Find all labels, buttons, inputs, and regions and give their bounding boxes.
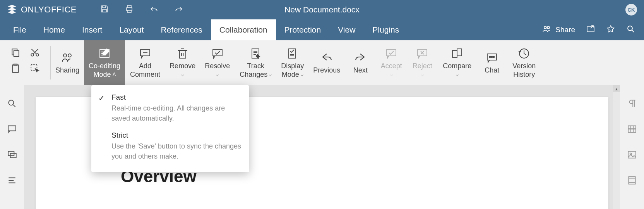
table-settings-icon[interactable] [627, 124, 637, 136]
svg-rect-21 [213, 50, 222, 56]
menu-insert[interactable]: Insert [74, 19, 111, 40]
caret-down-icon: ⌵ [181, 70, 184, 79]
coediting-icon [98, 47, 111, 60]
svg-point-29 [490, 56, 491, 57]
cut-icon[interactable] [30, 47, 40, 59]
redo-icon[interactable] [174, 4, 183, 15]
previous-arrow-icon [320, 51, 333, 64]
coediting-fast-option[interactable]: ✓ Fast Real-time co-editing. All changes… [91, 91, 249, 129]
svg-point-33 [9, 100, 14, 105]
chat-panel-icon[interactable] [7, 150, 17, 161]
next-arrow-icon [354, 51, 367, 64]
search-icon[interactable] [626, 24, 635, 35]
title-right: CK [625, 4, 637, 16]
history-icon [518, 47, 530, 60]
save-icon[interactable] [100, 4, 109, 15]
svg-rect-24 [387, 50, 396, 56]
svg-point-8 [628, 26, 632, 31]
menu-home[interactable]: Home [35, 19, 74, 40]
coediting-strict-option[interactable]: Strict Use the 'Save' button to sync the… [91, 129, 249, 167]
caret-down-icon: ⌵ [301, 70, 303, 79]
svg-point-6 [547, 26, 550, 29]
menu-file[interactable]: File [5, 19, 35, 40]
image-settings-icon[interactable] [627, 150, 637, 161]
svg-rect-38 [628, 151, 636, 158]
scroll-up-icon[interactable]: ▲ [613, 85, 620, 92]
find-icon[interactable] [7, 98, 17, 110]
svg-rect-3 [127, 5, 131, 8]
display-mode-button[interactable]: Display Mode ⌵ [276, 40, 308, 85]
app-name: ONLYOFFICE [21, 5, 77, 15]
compare-button[interactable]: Compare ⌵ [438, 40, 476, 85]
svg-rect-40 [629, 176, 635, 184]
menu-right-actions: Share [542, 19, 644, 40]
menu-protection[interactable]: Protection [276, 19, 330, 40]
favorite-star-icon[interactable] [606, 24, 615, 35]
caret-down-icon: ⌵ [269, 70, 272, 79]
caret-down-icon: ⌵ [390, 70, 393, 79]
svg-rect-0 [103, 6, 106, 8]
menu-view[interactable]: View [329, 19, 364, 40]
next-change-button[interactable]: Next [345, 40, 376, 85]
title-quick-buttons [100, 4, 183, 15]
title-bar: ONLYOFFICE New Document.docx CK [0, 0, 644, 19]
strict-description: Use the 'Save' button to sync the change… [111, 141, 242, 161]
vertical-scrollbar[interactable]: ▲ [613, 85, 620, 209]
share-users-icon [542, 24, 552, 36]
svg-point-31 [493, 56, 495, 57]
paste-icon[interactable] [10, 63, 21, 75]
caret-up-icon: ᐱ [113, 70, 116, 79]
undo-icon[interactable] [149, 4, 159, 15]
previous-change-button[interactable]: Previous [308, 40, 345, 85]
share-button[interactable]: Share [542, 24, 575, 36]
coediting-mode-dropdown: ✓ Fast Real-time co-editing. All changes… [91, 85, 249, 172]
menu-plugins[interactable]: Plugins [364, 19, 408, 40]
menu-references[interactable]: References [152, 19, 211, 40]
svg-rect-10 [14, 50, 19, 56]
chat-icon [486, 51, 498, 64]
chat-button[interactable]: Chat [476, 40, 507, 85]
copy-icon[interactable] [10, 47, 21, 59]
accept-check-icon [385, 47, 397, 60]
track-changes-icon [250, 47, 262, 60]
ribbon-collaboration-group: Sharing Co-editing Mode ᐱ Add Comment Re… [51, 40, 540, 85]
svg-rect-23 [289, 49, 296, 58]
navigation-panel-icon[interactable] [7, 175, 17, 187]
remove-comment-button[interactable]: Remove ⌵ [165, 40, 200, 85]
svg-point-30 [492, 56, 493, 57]
user-avatar[interactable]: CK [625, 4, 637, 16]
add-comment-button[interactable]: Add Comment [125, 40, 165, 85]
onlyoffice-logo-icon [7, 4, 17, 16]
ribbon-clipboard-column [0, 40, 50, 85]
sharing-button[interactable]: Sharing [51, 40, 84, 85]
coediting-mode-button[interactable]: Co-editing Mode ᐱ [84, 40, 125, 85]
track-changes-button[interactable]: Track Changes ⌵ [235, 40, 276, 85]
add-comment-icon [139, 47, 151, 60]
caret-down-icon: ⌵ [456, 70, 459, 79]
version-history-button[interactable]: Version History [508, 40, 540, 85]
svg-point-5 [544, 26, 546, 29]
svg-rect-26 [452, 50, 457, 57]
header-footer-icon[interactable] [627, 175, 637, 187]
trash-icon [176, 47, 189, 60]
menu-bar: File Home Insert Layout References Colla… [0, 19, 644, 40]
menu-collaboration[interactable]: Collaboration [211, 19, 276, 40]
paragraph-settings-icon[interactable] [627, 98, 637, 110]
comments-panel-icon[interactable] [7, 124, 17, 136]
ribbon-toolbar: Sharing Co-editing Mode ᐱ Add Comment Re… [0, 40, 644, 85]
select-icon[interactable] [30, 63, 40, 75]
resolve-comment-button[interactable]: Resolve ⌵ [200, 40, 235, 85]
menu-layout[interactable]: Layout [111, 19, 152, 40]
print-icon[interactable] [125, 4, 134, 15]
svg-rect-4 [127, 10, 131, 12]
svg-rect-34 [8, 126, 16, 131]
open-location-icon[interactable] [586, 24, 595, 35]
svg-point-17 [68, 54, 71, 57]
logo: ONLYOFFICE [7, 4, 77, 16]
accept-change-button: Accept ⌵ [376, 40, 407, 85]
reject-change-button: Reject ⌵ [407, 40, 438, 85]
strict-title: Strict [111, 131, 242, 140]
right-sidebar [620, 85, 644, 209]
caret-down-icon: ⌵ [216, 70, 219, 79]
share-label: Share [555, 26, 575, 34]
